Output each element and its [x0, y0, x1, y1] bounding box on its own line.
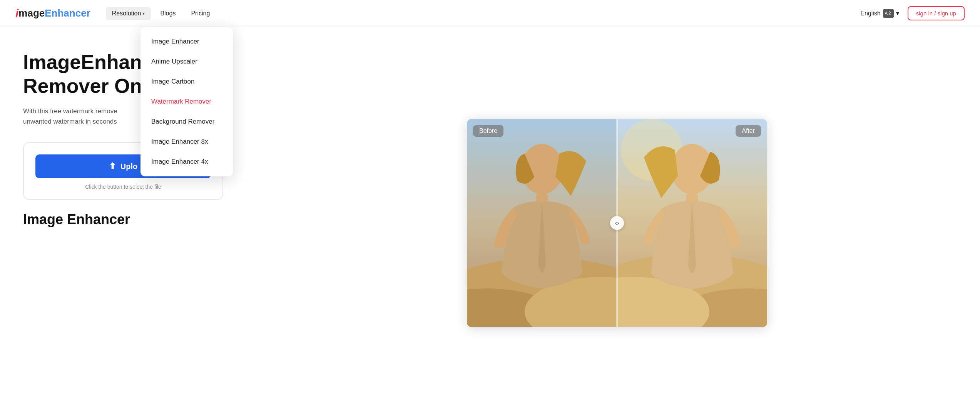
nav-resolution-label: Resolution — [112, 10, 141, 17]
language-selector[interactable]: English A文 ▾ — [856, 7, 903, 20]
dropdown-item-image-enhancer-4x[interactable]: Image Enhancer 4x — [140, 152, 233, 172]
nav-right: English A文 ▾ sign in / sign up — [856, 6, 965, 20]
nav-links: Resolution ▾ Blogs Pricing — [106, 7, 857, 20]
logo-enhancer: Enhancer — [45, 7, 90, 19]
lang-label: English — [860, 10, 880, 17]
nav-pricing-label: Pricing — [191, 10, 210, 17]
nav-blogs[interactable]: Blogs — [154, 7, 182, 20]
dropdown-item-image-enhancer-8x[interactable]: Image Enhancer 8x — [140, 132, 233, 152]
logo-mage: mage — [18, 7, 45, 19]
logo-i: i — [15, 7, 18, 20]
nav-resolution[interactable]: Resolution ▾ — [106, 7, 151, 20]
dropdown-item-anime-upscaler[interactable]: Anime Upscaler — [140, 52, 233, 72]
nav-pricing[interactable]: Pricing — [185, 7, 216, 20]
logo[interactable]: i mage Enhancer — [15, 7, 90, 20]
translate-icon: A文 — [883, 9, 894, 18]
dropdown-item-image-cartoon[interactable]: Image Cartoon — [140, 72, 233, 92]
dropdown-item-watermark-remover[interactable]: Watermark Remover — [140, 92, 233, 112]
dropdown-item-background-remover[interactable]: Background Remover — [140, 112, 233, 132]
nav-blogs-label: Blogs — [160, 10, 176, 17]
signin-button[interactable]: sign in / sign up — [908, 6, 965, 20]
resolution-dropdown: Image Enhancer Anime Upscaler Image Cart… — [140, 27, 233, 176]
lang-chevron-icon: ▾ — [896, 10, 899, 17]
dropdown-item-image-enhancer[interactable]: Image Enhancer — [140, 32, 233, 52]
chevron-down-icon: ▾ — [142, 11, 145, 16]
navbar: i mage Enhancer Resolution ▾ Blogs Prici… — [0, 0, 980, 27]
